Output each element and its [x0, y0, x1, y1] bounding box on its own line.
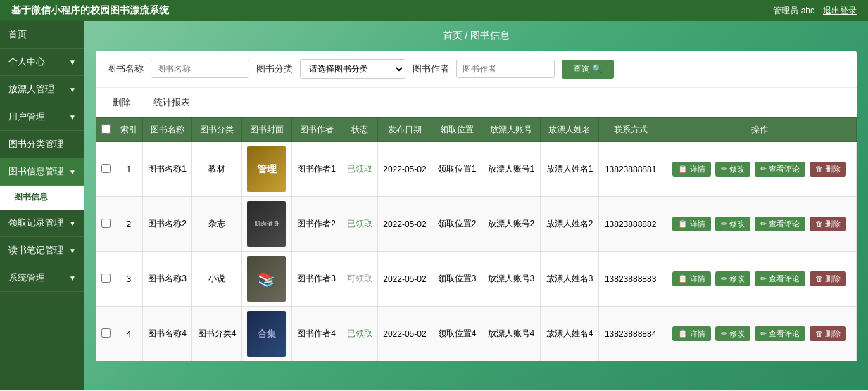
delete-row-button[interactable]: 🗑 删除: [810, 162, 846, 177]
sidebar-item-borrow-label: 领取记录管理: [8, 217, 63, 229]
edit-button[interactable]: ✏ 修改: [715, 271, 750, 286]
detail-button[interactable]: 📋 详情: [672, 217, 711, 231]
table-body: 1 图书名称1 教材 管理 图书作者1 已领取 2022-05-02 领取位置1…: [96, 142, 857, 361]
th-contact: 联系方式: [599, 118, 662, 142]
row-account: 放漂人账号2: [482, 197, 540, 252]
statistics-button[interactable]: 统计报表: [148, 94, 196, 112]
review-button[interactable]: ✏ 查看评论: [755, 326, 805, 341]
book-category-select[interactable]: 请选择图书分类 教材 杂志 小说 图书分类4: [300, 59, 405, 79]
edit-button[interactable]: ✏ 修改: [715, 217, 750, 231]
breadcrumb-home: 首页: [443, 30, 463, 41]
sidebar-item-drift[interactable]: 放漂人管理 ▼: [0, 76, 84, 103]
chevron-down-icon: ▼: [69, 274, 76, 282]
row-author: 图书作者4: [291, 307, 341, 361]
book-name-input[interactable]: [151, 60, 249, 78]
row-index: 3: [115, 252, 143, 307]
sidebar-item-book-info-label: 图书信息管理: [8, 165, 63, 178]
row-category: 杂志: [192, 197, 242, 252]
th-category: 图书分类: [192, 118, 242, 142]
sidebar-subitem-book-info[interactable]: 图书信息: [0, 186, 84, 210]
table-header-row: 索引 图书名称 图书分类 图书封面 图书作者 状态 发布日期 领取位置 放漂人账…: [96, 118, 857, 142]
th-status: 状态: [341, 118, 377, 142]
row-author: 图书作者3: [291, 252, 341, 307]
delete-row-button[interactable]: 🗑 删除: [810, 271, 846, 286]
sidebar-item-book-category[interactable]: 图书分类管理: [0, 131, 84, 158]
row-checkbox[interactable]: [101, 219, 111, 228]
chevron-down-icon: ▼: [69, 247, 76, 255]
query-button[interactable]: 查询 🔍: [562, 60, 614, 79]
chevron-down-icon: ▼: [69, 86, 76, 94]
row-status: 已领取: [341, 197, 377, 252]
row-category: 教材: [192, 142, 242, 197]
row-location: 领取位置3: [432, 252, 482, 307]
row-name: 图书名称2: [142, 197, 192, 252]
th-author: 图书作者: [291, 118, 341, 142]
sidebar-item-user[interactable]: 用户管理 ▼: [0, 103, 84, 131]
row-date: 2022-05-02: [377, 307, 432, 361]
row-contact: 13823888881: [599, 142, 662, 197]
row-account-name: 放漂人姓名1: [540, 142, 598, 197]
sidebar-item-home[interactable]: 首页: [0, 21, 84, 49]
book-author-label: 图书作者: [413, 63, 449, 75]
th-account-name: 放漂人姓名: [540, 118, 598, 142]
detail-button[interactable]: 📋 详情: [672, 326, 711, 341]
row-date: 2022-05-02: [377, 197, 432, 252]
select-all-checkbox[interactable]: [101, 124, 111, 134]
chevron-down-icon: ▼: [69, 113, 76, 121]
delete-row-button[interactable]: 🗑 删除: [810, 326, 846, 341]
row-name: 图书名称3: [142, 252, 192, 307]
table-row: 4 图书名称4 图书分类4 合集 图书作者4 已领取 2022-05-02 领取…: [96, 307, 857, 361]
delete-button[interactable]: 删除: [107, 94, 137, 112]
row-status: 可领取: [341, 252, 377, 307]
row-cover: 📚: [241, 252, 291, 307]
edit-button[interactable]: ✏ 修改: [715, 326, 750, 341]
search-row: 图书名称 图书分类 请选择图书分类 教材 杂志 小说 图书分类4 图书作者 查询…: [107, 59, 845, 79]
row-contact: 13823888883: [599, 252, 662, 307]
book-name-label: 图书名称: [107, 63, 144, 75]
edit-button[interactable]: ✏ 修改: [715, 162, 750, 177]
row-index: 1: [115, 142, 143, 197]
logout-link[interactable]: 退出登录: [823, 5, 857, 17]
sidebar-item-book-category-label: 图书分类管理: [8, 138, 63, 150]
app-title: 基于微信小程序的校园图书漂流系统: [11, 4, 169, 17]
row-account-name: 放漂人姓名4: [540, 307, 598, 361]
sidebar-item-book-info[interactable]: 图书信息管理 ▼: [0, 158, 84, 186]
th-name: 图书名称: [142, 118, 192, 142]
th-date: 发布日期: [377, 118, 432, 142]
table-row: 3 图书名称3 小说 📚 图书作者3 可领取 2022-05-02 领取位置3 …: [96, 252, 857, 307]
book-author-input[interactable]: [456, 60, 555, 78]
row-checkbox[interactable]: [101, 274, 111, 283]
sidebar-item-user-label: 用户管理: [8, 110, 45, 123]
sidebar-item-system[interactable]: 系统管理 ▼: [0, 264, 84, 292]
sidebar-item-notes[interactable]: 读书笔记管理 ▼: [0, 237, 84, 264]
th-account: 放漂人账号: [482, 118, 540, 142]
row-checkbox[interactable]: [101, 164, 111, 173]
row-account-name: 放漂人姓名3: [540, 252, 598, 307]
sidebar-item-drift-label: 放漂人管理: [8, 83, 54, 96]
breadcrumb-separator: /: [465, 30, 468, 41]
review-button[interactable]: ✏ 查看评论: [755, 271, 805, 286]
sidebar-item-notes-label: 读书笔记管理: [8, 244, 63, 257]
sidebar-item-borrow[interactable]: 领取记录管理 ▼: [0, 210, 84, 237]
row-date: 2022-05-02: [377, 252, 432, 307]
row-checkbox-cell: [96, 142, 115, 197]
table-row: 2 图书名称2 杂志 肌肉健身 图书作者2 已领取 2022-05-02 领取位…: [96, 197, 857, 252]
row-author: 图书作者2: [291, 197, 341, 252]
row-status: 已领取: [341, 142, 377, 197]
detail-button[interactable]: 📋 详情: [672, 162, 711, 177]
detail-button[interactable]: 📋 详情: [672, 271, 711, 286]
row-checkbox-cell: [96, 252, 115, 307]
table-row: 1 图书名称1 教材 管理 图书作者1 已领取 2022-05-02 领取位置1…: [96, 142, 857, 197]
review-button[interactable]: ✏ 查看评论: [755, 162, 805, 177]
row-category: 小说: [192, 252, 242, 307]
search-area: 图书名称 图书分类 请选择图书分类 教材 杂志 小说 图书分类4 图书作者 查询…: [96, 51, 857, 87]
delete-row-button[interactable]: 🗑 删除: [810, 217, 846, 231]
row-index: 4: [115, 307, 143, 361]
sidebar-item-personal[interactable]: 个人中心 ▼: [0, 49, 84, 76]
row-checkbox[interactable]: [101, 328, 111, 338]
row-account: 放漂人账号1: [482, 142, 540, 197]
sidebar-item-home-label: 首页: [8, 28, 27, 41]
row-location: 领取位置2: [432, 197, 482, 252]
review-button[interactable]: ✏ 查看评论: [755, 217, 805, 231]
top-bar-right: 管理员 abc 退出登录: [773, 5, 857, 17]
